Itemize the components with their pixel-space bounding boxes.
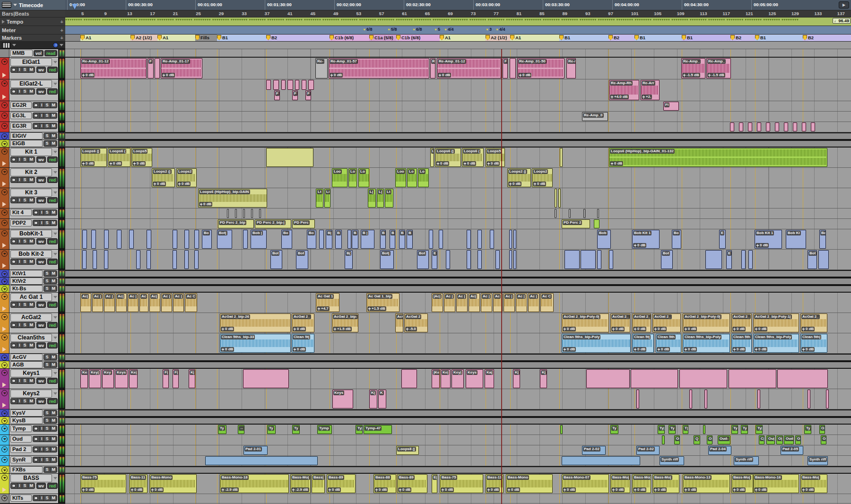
clip[interactable]: Loops6 (HipHop)_bip-GAIN0 dB [198, 189, 267, 208]
clip[interactable]: AcGat 2_0 dB [800, 313, 827, 332]
meter-change[interactable]: ▼5 [434, 27, 440, 32]
track-lane-ktbs[interactable] [65, 285, 851, 293]
clip[interactable]: |Ke [432, 369, 440, 388]
clip[interactable]: Ty| [731, 425, 738, 434]
clip[interactable]: Bass-Mo|-2.9 dB [290, 474, 311, 493]
clip[interactable]: K| [513, 369, 520, 388]
waveform-view-button[interactable]: wv [36, 378, 46, 384]
track-lane-acgat1[interactable]: Ac|Ac |Ac |Ac|Ac |AcAc|Ac |Ac |Ac CAc Ga… [65, 293, 851, 313]
clip[interactable]: F [292, 90, 298, 100]
mute-button[interactable]: M [50, 286, 57, 291]
timecode-tick[interactable]: 00:01:00:00 [195, 0, 222, 10]
track-name[interactable]: EG2R [10, 102, 32, 109]
clip[interactable]: Pad 2-05 [781, 446, 803, 455]
track-menu-icon[interactable] [53, 477, 57, 479]
track-header-kits[interactable]: KITsISM [0, 494, 65, 504]
clip[interactable]: Clean 5ths_bip-330 dB [220, 334, 291, 353]
clip[interactable]: Bo [281, 230, 292, 249]
clip[interactable]: Li [324, 189, 330, 208]
clip[interactable]: Bob Kit 10 dB [632, 230, 660, 249]
clip[interactable] [235, 209, 237, 218]
meter-change[interactable]: ▼6/8 [412, 27, 422, 32]
waveform-view-button[interactable]: wv [36, 302, 46, 308]
clip[interactable] [147, 250, 151, 269]
clip[interactable]: Bot [417, 250, 429, 269]
track-lane-eg3l[interactable]: Re-Amp_0 [65, 112, 851, 122]
clip[interactable] [478, 230, 482, 249]
clip[interactable] [818, 250, 829, 269]
bar-number[interactable]: 21 [173, 11, 178, 16]
clip[interactable]: |Ac| [432, 293, 443, 312]
meter-change[interactable]: ▼5/8 [387, 27, 397, 32]
bar-number[interactable]: 125 [769, 11, 776, 16]
clip[interactable] [741, 250, 746, 269]
track-collapse-button[interactable] [1, 370, 8, 376]
clip[interactable]: Ac | [161, 293, 172, 312]
track-lane-elgat1[interactable]: Re-Amp_01-120 dBFRe-Amp_01-170 dBRe-Re-A… [65, 58, 851, 79]
mute-button[interactable]: M [28, 378, 35, 383]
clip[interactable]: Bass-890 dB [397, 474, 427, 493]
clip[interactable] [319, 230, 324, 249]
clip[interactable]: Ty [610, 425, 618, 434]
marker-flag[interactable]: Fills [195, 35, 209, 40]
bar-number[interactable]: 105 [654, 11, 661, 16]
clip[interactable] [597, 250, 601, 269]
clip[interactable]: Ac | [504, 293, 515, 312]
clip[interactable]: AcGat 2_0 dB [292, 313, 314, 332]
clip[interactable]: Tymp [317, 425, 332, 434]
timecode-tick[interactable]: 00:02:00:00 [334, 0, 361, 10]
clip[interactable]: E [719, 230, 726, 249]
clip[interactable]: AcGat 2_0 dB [610, 313, 630, 332]
clip[interactable] [173, 250, 177, 269]
track-menu-icon[interactable] [53, 233, 57, 235]
track-header-elgtv[interactable]: ElGtVSM [0, 132, 65, 140]
track-collapse-button[interactable] [1, 294, 8, 300]
clip[interactable]: Bo [672, 230, 681, 249]
clip[interactable] [478, 250, 482, 269]
clip[interactable]: B [380, 230, 386, 249]
meter-ruler-label[interactable]: Meter + [0, 26, 65, 35]
track-header-bobkit2[interactable]: Bob Kit-2ISMwvred [0, 250, 65, 270]
chevron-down-icon[interactable] [13, 4, 17, 6]
record-enable-button[interactable] [12, 323, 16, 327]
clip[interactable]: Ty [804, 425, 811, 434]
clip[interactable]: K| [369, 390, 377, 408]
clip[interactable] [766, 122, 770, 131]
waveform-view-button[interactable]: wv [36, 238, 46, 244]
clip[interactable]: Clean 5ths_bip-Poly0 dB [562, 334, 631, 353]
record-enable-button[interactable] [12, 158, 16, 161]
track-lane-fxbs[interactable] [65, 466, 851, 474]
clip[interactable]: Re-Amp-Rh+4.0 dB [609, 80, 639, 100]
clip[interactable] [513, 230, 516, 249]
track-header-oud[interactable]: OudISM [0, 435, 65, 445]
track-collapse-button[interactable] [1, 59, 8, 65]
clip[interactable]: Lo [407, 168, 417, 187]
input-monitor-button[interactable]: I [17, 399, 22, 404]
clip[interactable] [266, 80, 271, 90]
clip[interactable] [281, 80, 286, 90]
timecode-ruler-label[interactable]: Timecode [0, 0, 65, 10]
clip[interactable]: Ty| [755, 425, 763, 434]
input-monitor-button[interactable]: I [17, 89, 22, 94]
bar-number[interactable]: 17 [150, 11, 155, 16]
solo-button[interactable]: S [22, 399, 28, 404]
track-name[interactable]: MMB [10, 50, 33, 57]
volume-view-button[interactable]: vol [34, 50, 43, 56]
record-enable-button[interactable] [12, 379, 16, 382]
clip[interactable]: F [148, 58, 154, 78]
clip[interactable]: Bass-Mono0 dB [506, 474, 553, 493]
clip[interactable]: Lt [316, 189, 323, 208]
mute-button[interactable]: M [50, 436, 57, 442]
clip[interactable]: E| [432, 474, 437, 493]
clip[interactable] [510, 58, 516, 78]
mute-button[interactable]: M [28, 89, 35, 94]
marker-flag[interactable]: A2 (1/2) [130, 35, 152, 40]
clip[interactable]: Loops6 (0 dB [462, 148, 484, 167]
clip[interactable]: F [305, 90, 311, 100]
bar-number[interactable]: 101 [631, 11, 639, 16]
bar-number[interactable]: 113 [700, 11, 707, 16]
clip[interactable]: Bot [808, 250, 817, 269]
clip[interactable]: Synth riff [734, 456, 759, 465]
clip[interactable]: K| [540, 369, 547, 388]
input-monitor-button[interactable]: I [39, 436, 44, 442]
